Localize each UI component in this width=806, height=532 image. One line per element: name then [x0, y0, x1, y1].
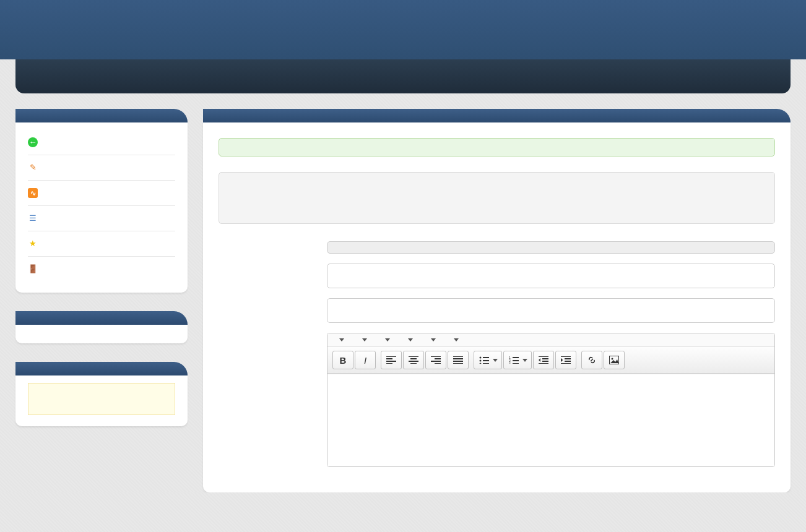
- to-input[interactable]: [327, 264, 775, 288]
- align-justify-button[interactable]: [448, 351, 469, 369]
- align-left-icon: [386, 356, 396, 364]
- tip-box: [28, 383, 175, 415]
- align-right-icon: [431, 356, 441, 364]
- message-body[interactable]: [327, 374, 774, 466]
- image-button[interactable]: [604, 351, 625, 369]
- main-nav: [15, 59, 791, 93]
- caret-down-icon: [408, 338, 413, 341]
- link-icon: [587, 355, 597, 365]
- svg-point-2: [480, 363, 482, 364]
- editor-menu-edit[interactable]: [359, 338, 367, 341]
- editor-menu-table[interactable]: [451, 338, 459, 341]
- caret-down-icon: [431, 338, 436, 341]
- align-center-icon: [409, 356, 418, 364]
- menu-item-rss[interactable]: ∿: [28, 181, 175, 206]
- svg-point-7: [612, 358, 613, 360]
- caret-down-icon: [362, 338, 367, 341]
- bullet-list-button[interactable]: [474, 351, 502, 369]
- menu-item-bookmark[interactable]: ★: [28, 231, 175, 257]
- editor-menu-view[interactable]: [405, 338, 413, 341]
- star-icon: ★: [28, 239, 38, 249]
- back-arrow-icon: ←: [28, 137, 38, 147]
- editor-menu-file[interactable]: [336, 338, 344, 341]
- from-field: [327, 241, 775, 254]
- svg-text:3: 3: [509, 362, 511, 364]
- caret-down-icon: [339, 338, 344, 341]
- caret-down-icon: [385, 338, 390, 341]
- bullet-list-icon: [479, 356, 489, 364]
- caret-down-icon: [454, 338, 459, 341]
- bold-button[interactable]: B: [332, 351, 353, 369]
- align-justify-icon: [453, 356, 463, 364]
- editor-menu-format[interactable]: [428, 338, 436, 341]
- success-alert: [219, 138, 775, 157]
- indent-button[interactable]: [555, 351, 576, 369]
- ad-heading: [15, 311, 188, 325]
- svg-point-1: [480, 360, 482, 362]
- align-left-button[interactable]: [381, 351, 402, 369]
- link-button[interactable]: [581, 351, 602, 369]
- menu-item-blacklist[interactable]: ☰: [28, 206, 175, 231]
- editor-menubar: [327, 333, 774, 347]
- info-box: [219, 172, 775, 224]
- caret-down-icon: [522, 359, 527, 362]
- rss-icon: ∿: [28, 188, 38, 198]
- rich-text-editor: B I: [327, 333, 775, 467]
- italic-button[interactable]: I: [355, 351, 376, 369]
- menu-item-compose[interactable]: ✎: [28, 155, 175, 181]
- indent-icon: [561, 356, 571, 364]
- compose-heading: [203, 109, 791, 122]
- pencil-icon: ✎: [28, 163, 38, 173]
- number-list-button[interactable]: 123: [503, 351, 532, 369]
- dyk-heading: [15, 362, 188, 375]
- subject-input[interactable]: [327, 298, 775, 323]
- editor-menu-insert[interactable]: [382, 338, 390, 341]
- number-list-icon: 123: [509, 356, 519, 364]
- align-center-button[interactable]: [403, 351, 424, 369]
- caret-down-icon: [493, 359, 498, 362]
- image-icon: [609, 356, 619, 364]
- menu-heading: [15, 109, 188, 122]
- editor-toolbar: B I: [327, 347, 774, 374]
- svg-point-0: [480, 357, 482, 359]
- outdent-button[interactable]: [533, 351, 554, 369]
- menu-item-logout[interactable]: 🚪: [28, 257, 175, 281]
- align-right-button[interactable]: [425, 351, 446, 369]
- exit-icon: 🚪: [28, 264, 38, 274]
- outdent-icon: [539, 356, 548, 364]
- list-icon: ☰: [28, 213, 38, 223]
- menu-item-back[interactable]: ←: [28, 130, 175, 155]
